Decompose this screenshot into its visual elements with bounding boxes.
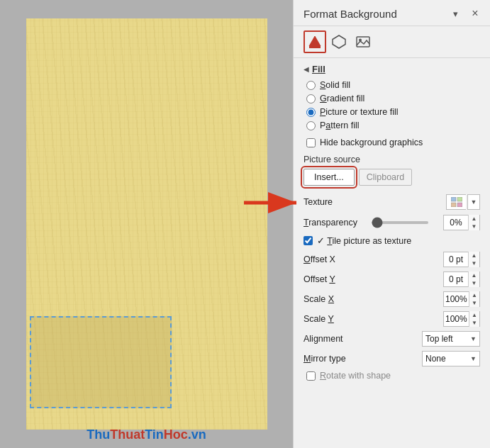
selection-box — [30, 316, 172, 408]
alignment-dropdown-arrow: ▼ — [470, 335, 477, 342]
scale-x-arrows: ▲ ▼ — [469, 291, 479, 307]
texture-label: Texture — [304, 197, 367, 207]
clipboard-button[interactable]: Clipboard — [359, 169, 413, 186]
offset-y-spinner: 0 pt ▲ ▼ — [443, 271, 480, 287]
texture-dropdown-arrow[interactable]: ▼ — [467, 194, 480, 210]
scale-y-spinner: 100% ▲ ▼ — [443, 311, 480, 327]
fill-radio-pattern[interactable] — [306, 121, 316, 130]
hide-bg-label: Hide background graphics — [320, 138, 423, 147]
fill-section-title: Fill — [312, 64, 325, 74]
mirror-type-row: Mirror type None ▼ — [304, 351, 480, 366]
mirror-type-label: Mirror type — [304, 354, 367, 364]
fill-radio-solid[interactable] — [306, 81, 316, 90]
offset-x-row: Offset X 0 pt ▲ ▼ — [304, 252, 480, 267]
fill-radio-group: Solid fill Gradient fill Picture or text… — [304, 80, 480, 130]
fill-icon-btn[interactable] — [304, 30, 326, 53]
scale-y-value: 100% — [444, 314, 469, 324]
offset-x-up[interactable]: ▲ — [469, 252, 479, 259]
offset-x-value: 0 pt — [444, 254, 468, 264]
svg-marker-4 — [333, 35, 345, 48]
paper — [26, 18, 267, 430]
svg-marker-2 — [309, 36, 321, 46]
panel-content: ◀ Fill Solid fill Gradient fill Picture … — [294, 58, 490, 448]
scale-x-spinner: 100% ▲ ▼ — [443, 291, 480, 307]
alignment-row: Alignment Top left ▼ — [304, 331, 480, 347]
hide-bg-checkbox-item[interactable]: Hide background graphics — [304, 138, 480, 147]
alignment-label: Alignment — [304, 334, 367, 344]
transparency-up-arrow[interactable]: ▲ — [469, 215, 479, 223]
offset-y-down[interactable]: ▼ — [469, 279, 479, 287]
scale-x-up[interactable]: ▲ — [469, 291, 479, 299]
offset-x-down[interactable]: ▼ — [469, 259, 479, 267]
texture-preview-btn[interactable] — [446, 194, 466, 210]
offset-y-value: 0 pt — [444, 274, 468, 284]
hide-bg-checkbox[interactable] — [306, 138, 316, 147]
fill-option-picture[interactable]: Picture or texture fill — [306, 107, 480, 117]
scale-x-down[interactable]: ▼ — [469, 299, 479, 307]
transparency-slider-container[interactable] — [372, 221, 428, 224]
transparency-spinner: 0% ▲ ▼ — [443, 215, 480, 230]
offset-y-label: Offset Y — [304, 274, 367, 284]
scale-y-down[interactable]: ▼ — [469, 319, 479, 327]
scale-x-label: Scale X — [304, 294, 367, 304]
fill-label-gradient: Gradient fill — [320, 94, 364, 103]
shape-icon-btn[interactable] — [328, 30, 350, 53]
mirror-type-dropdown[interactable]: None ▼ — [422, 351, 480, 366]
canvas-area: ThuThuatTinHoc.vn — [0, 0, 293, 448]
panel-header: Format Background ▾ × — [294, 0, 490, 26]
scale-y-label: Scale Y — [304, 314, 367, 324]
fill-radio-gradient[interactable] — [306, 94, 316, 103]
offset-y-up[interactable]: ▲ — [469, 271, 479, 279]
offset-x-spinner: 0 pt ▲ ▼ — [443, 252, 480, 267]
fill-option-pattern[interactable]: Pattern fill — [306, 121, 480, 130]
image-icon-btn[interactable] — [352, 30, 374, 53]
alignment-value: Top left — [425, 334, 453, 344]
svg-rect-7 — [451, 197, 456, 201]
fill-label-picture: Picture or texture fill — [320, 107, 398, 117]
transparency-left: Transparency — [304, 218, 428, 228]
header-icons: ▾ × — [447, 6, 483, 21]
fill-option-gradient[interactable]: Gradient fill — [306, 94, 480, 103]
tile-checkbox-row[interactable]: ✓ Tile picture as texture — [304, 235, 480, 246]
fill-section-header[interactable]: ◀ Fill — [304, 64, 480, 74]
mirror-type-dropdown-arrow: ▼ — [470, 355, 477, 362]
icon-toolbar — [294, 26, 490, 58]
close-button[interactable]: × — [467, 6, 483, 21]
texture-row: Texture ▼ — [304, 194, 480, 210]
tile-checkbox[interactable] — [304, 236, 313, 245]
texture-control: ▼ — [446, 194, 480, 210]
picture-source-label: Picture source — [304, 155, 480, 164]
rotate-checkbox[interactable] — [306, 371, 316, 381]
offset-y-row: Offset Y 0 pt ▲ ▼ — [304, 271, 480, 287]
svg-rect-10 — [457, 203, 462, 207]
insert-button[interactable]: Insert... — [304, 169, 355, 186]
fill-section-arrow: ◀ — [304, 65, 309, 73]
scale-y-row: Scale Y 100% ▲ ▼ — [304, 311, 480, 327]
offset-x-arrows: ▲ ▼ — [468, 252, 479, 267]
fill-label-pattern: Pattern fill — [320, 121, 360, 130]
offset-x-label: Offset X — [304, 254, 367, 264]
transparency-value: 0% — [444, 218, 468, 228]
alignment-dropdown[interactable]: Top left ▼ — [422, 331, 480, 347]
fill-option-solid[interactable]: Solid fill — [306, 80, 480, 90]
fill-icon — [307, 34, 323, 50]
panel-title: Format Background — [304, 8, 397, 20]
transparency-row: Transparency 0% ▲ ▼ — [304, 215, 480, 230]
transparency-down-arrow[interactable]: ▼ — [469, 223, 479, 230]
scale-y-up[interactable]: ▲ — [469, 311, 479, 319]
pin-icon[interactable]: ▾ — [447, 6, 463, 21]
rotate-label: Rotate with shape — [320, 371, 391, 381]
tile-label: ✓ Tile picture as texture — [317, 235, 411, 246]
scale-x-value: 100% — [444, 294, 469, 304]
fill-radio-picture[interactable] — [306, 108, 316, 117]
rotate-checkbox-row[interactable]: Rotate with shape — [304, 371, 480, 381]
scale-x-row: Scale X 100% ▲ ▼ — [304, 291, 480, 307]
format-background-panel: Format Background ▾ × — [293, 0, 490, 448]
scale-y-arrows: ▲ ▼ — [469, 311, 479, 327]
svg-rect-8 — [457, 197, 462, 201]
svg-rect-9 — [451, 203, 456, 207]
svg-rect-3 — [309, 46, 321, 48]
picture-source-buttons: Insert... Clipboard — [304, 169, 480, 186]
transparency-slider[interactable] — [372, 221, 428, 224]
transparency-spinner-arrows: ▲ ▼ — [468, 215, 479, 230]
